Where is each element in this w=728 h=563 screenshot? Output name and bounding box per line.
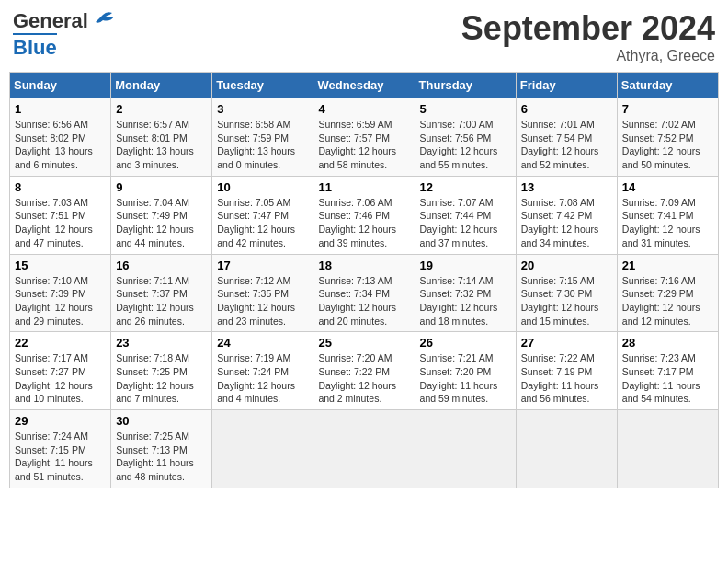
day-number: 14 — [622, 180, 713, 194]
calendar-table: SundayMondayTuesdayWednesdayThursdayFrid… — [9, 72, 719, 488]
calendar-cell: 8Sunrise: 7:03 AM Sunset: 7:51 PM Daylig… — [10, 176, 111, 254]
day-info: Sunrise: 7:19 AM Sunset: 7:24 PM Dayligh… — [217, 351, 308, 406]
day-number: 17 — [217, 259, 308, 272]
calendar-cell: 30Sunrise: 7:25 AM Sunset: 7:13 PM Dayli… — [111, 410, 212, 488]
day-info: Sunrise: 7:02 AM Sunset: 7:52 PM Dayligh… — [622, 118, 713, 172]
day-info: Sunrise: 7:00 AM Sunset: 7:56 PM Dayligh… — [420, 118, 511, 172]
day-number: 12 — [420, 180, 511, 194]
calendar-row-2: 15Sunrise: 7:10 AM Sunset: 7:39 PM Dayli… — [10, 254, 719, 332]
calendar-cell: 5Sunrise: 7:00 AM Sunset: 7:56 PM Daylig… — [415, 98, 516, 177]
day-number: 6 — [521, 102, 612, 116]
calendar-cell: 24Sunrise: 7:19 AM Sunset: 7:24 PM Dayli… — [212, 332, 313, 410]
calendar-cell — [617, 410, 718, 488]
day-info: Sunrise: 7:07 AM Sunset: 7:44 PM Dayligh… — [420, 196, 511, 250]
calendar-cell — [313, 410, 415, 488]
day-info: Sunrise: 6:57 AM Sunset: 8:01 PM Dayligh… — [116, 118, 207, 172]
day-info: Sunrise: 7:04 AM Sunset: 7:49 PM Dayligh… — [116, 196, 207, 250]
day-number: 11 — [318, 180, 409, 194]
calendar-cell: 9Sunrise: 7:04 AM Sunset: 7:49 PM Daylig… — [111, 176, 212, 254]
day-number: 16 — [116, 259, 207, 272]
calendar-cell: 25Sunrise: 7:20 AM Sunset: 7:22 PM Dayli… — [313, 332, 415, 410]
calendar-row-0: 1Sunrise: 6:56 AM Sunset: 8:02 PM Daylig… — [10, 98, 719, 177]
day-number: 28 — [622, 336, 713, 350]
title-area: September 2024 Athyra, Greece — [461, 9, 715, 64]
calendar-cell: 12Sunrise: 7:07 AM Sunset: 7:44 PM Dayli… — [415, 176, 516, 254]
calendar-cell: 28Sunrise: 7:23 AM Sunset: 7:17 PM Dayli… — [617, 332, 718, 410]
col-header-friday: Friday — [516, 73, 617, 98]
day-info: Sunrise: 7:06 AM Sunset: 7:46 PM Dayligh… — [318, 196, 409, 250]
day-info: Sunrise: 7:23 AM Sunset: 7:17 PM Dayligh… — [622, 351, 713, 406]
calendar-cell: 16Sunrise: 7:11 AM Sunset: 7:37 PM Dayli… — [111, 254, 212, 332]
day-number: 19 — [420, 259, 511, 272]
calendar-cell: 10Sunrise: 7:05 AM Sunset: 7:47 PM Dayli… — [212, 176, 313, 254]
day-number: 7 — [622, 102, 713, 116]
calendar-cell: 26Sunrise: 7:21 AM Sunset: 7:20 PM Dayli… — [415, 332, 516, 410]
day-number: 10 — [217, 180, 308, 194]
day-number: 5 — [420, 102, 511, 116]
calendar-cell: 2Sunrise: 6:57 AM Sunset: 8:01 PM Daylig… — [111, 98, 212, 177]
calendar-row-3: 22Sunrise: 7:17 AM Sunset: 7:27 PM Dayli… — [10, 332, 719, 410]
day-info: Sunrise: 7:11 AM Sunset: 7:37 PM Dayligh… — [116, 274, 207, 328]
calendar-cell: 19Sunrise: 7:14 AM Sunset: 7:32 PM Dayli… — [415, 254, 516, 332]
day-number: 30 — [116, 414, 207, 428]
day-info: Sunrise: 7:03 AM Sunset: 7:51 PM Dayligh… — [15, 196, 106, 250]
calendar-cell: 27Sunrise: 7:22 AM Sunset: 7:19 PM Dayli… — [516, 332, 617, 410]
calendar-cell: 14Sunrise: 7:09 AM Sunset: 7:41 PM Dayli… — [617, 176, 718, 254]
day-info: Sunrise: 7:13 AM Sunset: 7:34 PM Dayligh… — [318, 274, 409, 328]
col-header-thursday: Thursday — [415, 73, 516, 98]
day-info: Sunrise: 7:15 AM Sunset: 7:30 PM Dayligh… — [521, 274, 612, 328]
month-title: September 2024 — [461, 9, 715, 48]
day-info: Sunrise: 7:14 AM Sunset: 7:32 PM Dayligh… — [420, 274, 511, 328]
day-info: Sunrise: 6:59 AM Sunset: 7:57 PM Dayligh… — [318, 118, 409, 172]
day-number: 21 — [622, 259, 713, 272]
day-number: 29 — [15, 414, 106, 428]
day-number: 25 — [318, 336, 409, 350]
calendar-cell: 1Sunrise: 6:56 AM Sunset: 8:02 PM Daylig… — [10, 98, 111, 177]
day-info: Sunrise: 7:01 AM Sunset: 7:54 PM Dayligh… — [521, 118, 612, 172]
day-number: 13 — [521, 180, 612, 194]
day-info: Sunrise: 7:16 AM Sunset: 7:29 PM Dayligh… — [622, 274, 713, 328]
logo: General Blue — [13, 9, 116, 60]
calendar-cell: 21Sunrise: 7:16 AM Sunset: 7:29 PM Dayli… — [617, 254, 718, 332]
day-number: 26 — [420, 336, 511, 350]
day-number: 9 — [116, 180, 207, 194]
col-header-sunday: Sunday — [10, 73, 111, 98]
calendar-cell: 3Sunrise: 6:58 AM Sunset: 7:59 PM Daylig… — [212, 98, 313, 177]
day-number: 27 — [521, 336, 612, 350]
logo-blue: Blue — [13, 33, 57, 60]
calendar-cell: 6Sunrise: 7:01 AM Sunset: 7:54 PM Daylig… — [516, 98, 617, 177]
day-number: 8 — [15, 180, 106, 194]
day-info: Sunrise: 7:20 AM Sunset: 7:22 PM Dayligh… — [318, 351, 409, 406]
calendar-cell: 7Sunrise: 7:02 AM Sunset: 7:52 PM Daylig… — [617, 98, 718, 177]
day-info: Sunrise: 7:12 AM Sunset: 7:35 PM Dayligh… — [217, 274, 308, 328]
day-number: 15 — [15, 259, 106, 272]
calendar-cell: 17Sunrise: 7:12 AM Sunset: 7:35 PM Dayli… — [212, 254, 313, 332]
calendar-cell: 20Sunrise: 7:15 AM Sunset: 7:30 PM Dayli… — [516, 254, 617, 332]
day-info: Sunrise: 7:24 AM Sunset: 7:15 PM Dayligh… — [15, 430, 106, 484]
calendar-cell: 11Sunrise: 7:06 AM Sunset: 7:46 PM Dayli… — [313, 176, 415, 254]
day-number: 3 — [217, 102, 308, 116]
day-info: Sunrise: 7:08 AM Sunset: 7:42 PM Dayligh… — [521, 196, 612, 250]
calendar-cell: 23Sunrise: 7:18 AM Sunset: 7:25 PM Dayli… — [111, 332, 212, 410]
page-header: General Blue September 2024 Athyra, Gree… — [9, 9, 719, 64]
day-number: 4 — [318, 102, 409, 116]
calendar-cell — [212, 410, 313, 488]
calendar-body: 1Sunrise: 6:56 AM Sunset: 8:02 PM Daylig… — [10, 98, 719, 488]
day-number: 2 — [116, 102, 207, 116]
col-header-monday: Monday — [111, 73, 212, 98]
calendar-cell: 29Sunrise: 7:24 AM Sunset: 7:15 PM Dayli… — [10, 410, 111, 488]
calendar-row-1: 8Sunrise: 7:03 AM Sunset: 7:51 PM Daylig… — [10, 176, 719, 254]
calendar-cell: 22Sunrise: 7:17 AM Sunset: 7:27 PM Dayli… — [10, 332, 111, 410]
calendar-cell: 15Sunrise: 7:10 AM Sunset: 7:39 PM Dayli… — [10, 254, 111, 332]
day-info: Sunrise: 7:21 AM Sunset: 7:20 PM Dayligh… — [420, 351, 511, 406]
day-info: Sunrise: 7:22 AM Sunset: 7:19 PM Dayligh… — [521, 351, 612, 406]
day-info: Sunrise: 7:10 AM Sunset: 7:39 PM Dayligh… — [15, 274, 106, 328]
logo-bird-icon — [90, 11, 116, 31]
day-info: Sunrise: 7:09 AM Sunset: 7:41 PM Dayligh… — [622, 196, 713, 250]
col-header-tuesday: Tuesday — [212, 73, 313, 98]
day-number: 23 — [116, 336, 207, 350]
calendar-row-4: 29Sunrise: 7:24 AM Sunset: 7:15 PM Dayli… — [10, 410, 719, 488]
day-info: Sunrise: 7:18 AM Sunset: 7:25 PM Dayligh… — [116, 351, 207, 406]
calendar-cell: 18Sunrise: 7:13 AM Sunset: 7:34 PM Dayli… — [313, 254, 415, 332]
day-number: 22 — [15, 336, 106, 350]
